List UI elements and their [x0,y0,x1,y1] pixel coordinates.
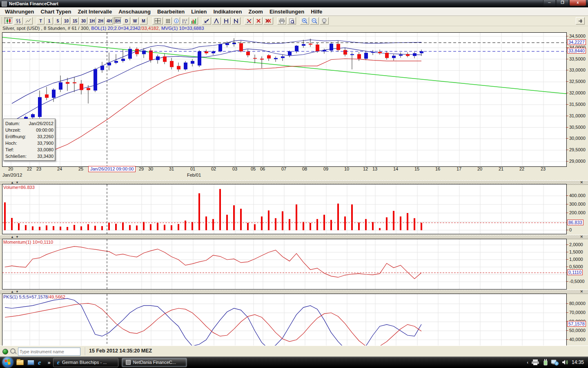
start-button[interactable] [2,357,13,368]
volume-bar-21 [150,224,151,230]
erase-line-button[interactable] [245,17,254,25]
pks-k-label: PKS(1) 5;5;5=57,1578 [3,294,48,299]
candle-39 [274,58,278,59]
grid-button[interactable] [164,17,172,25]
horizontal-line-button[interactable] [222,17,231,25]
interval-2h-button[interactable]: 2H [97,17,105,25]
volume-bar-6 [46,225,47,230]
candle-12 [87,88,90,90]
toolbar-drag-handle[interactable] [1,17,2,24]
crosshair-button[interactable] [152,17,163,25]
candlestick-chart-button[interactable] [4,17,13,25]
interval-15-button[interactable]: 15 [71,17,79,25]
close-panel-icon[interactable]: ✕ [580,180,583,184]
candle-60 [420,51,423,53]
instrument-search-input[interactable] [18,348,80,356]
menu-chart-typen[interactable]: Chart Typen [38,8,75,16]
interval-1h-button[interactable]: 1H [88,17,96,25]
taskbar-button-netdania[interactable]: NetDania FinanceC... [122,358,187,367]
volume-bar-3 [25,225,27,230]
interval-1-button[interactable]: 1 [45,17,53,25]
zoom-in-button[interactable] [300,17,309,25]
ohlc-bar-chart-button[interactable] [14,17,23,25]
interval-8h-button[interactable]: 8H [114,17,122,25]
date-tick-label: 16 [435,166,440,171]
delete-all-button[interactable] [263,17,273,25]
collapse-down-icon[interactable]: ▼ [16,235,19,239]
show-desktop-icon[interactable] [27,359,35,366]
power-plug-icon[interactable] [542,359,548,366]
volume-bar-56 [393,211,394,230]
interval-d-button[interactable]: D [122,17,130,25]
collapse-up-icon[interactable]: ▲ [11,290,14,294]
menu-einstellungen[interactable]: Einstellungen [266,8,307,16]
main-price-chart[interactable] [2,32,567,167]
momentum-panel[interactable] [2,239,567,289]
quick-launch-expand-chevron[interactable]: » [48,359,51,366]
speaker-icon[interactable] [562,359,569,366]
interval-4h-button[interactable]: 4H [105,17,113,25]
date-tick-label: 05 [251,166,256,171]
menu-währungen[interactable]: Währungen [2,8,38,16]
printer-icon[interactable] [531,359,539,366]
candle-30 [212,52,215,53]
date-sub-label: Feb/01 [187,173,201,177]
delete-button[interactable] [254,17,263,25]
price-marker-button[interactable]: 1.23 [181,17,189,25]
line-chart-button[interactable] [24,17,33,25]
interval-5-button[interactable]: 5 [54,17,62,25]
tooltip-label: Eröffnung: [5,133,26,140]
interval-w-button[interactable]: W [131,17,139,25]
panel-splitter-2[interactable]: ▲▼✕ [0,235,588,239]
interval-30-button[interactable]: 30 [80,17,87,25]
interval-t-button[interactable]: T [37,17,45,25]
menu-zoom[interactable]: Zoom [245,8,266,16]
volume-bar-51 [358,222,360,230]
menu-linien[interactable]: Linien [188,8,210,16]
menu-zeit-intervalle[interactable]: Zeit Intervalle [74,8,115,16]
close-panel-icon[interactable]: ✕ [580,289,583,294]
menu-hilfe[interactable]: Hilfe [307,8,325,16]
menu-anschauung[interactable]: Anschauung [115,8,154,16]
candle-52 [364,53,368,58]
alert-price-box: 34,2227 [567,39,586,45]
panel-splitter-3[interactable]: ▲▼✕ [0,289,588,294]
volume-bar-7 [53,226,54,230]
last-price-box: 33,8440 [567,48,586,54]
axis-tick-mark [566,161,568,162]
taskbar-button-browser[interactable]: e German Bluechips - ... [53,358,118,367]
date-tick-label: 30 [148,166,153,171]
vertical-line-button[interactable] [232,17,241,25]
zoom-select-button[interactable] [320,17,329,25]
tray-expand-arrow[interactable]: ‹ [527,360,528,365]
price-tick-label: 34,5000 [569,34,586,38]
minimize-button[interactable]: ─ [543,0,556,6]
collapse-up-icon[interactable]: ▲ [11,235,14,239]
info-button[interactable]: i [173,17,180,25]
menu-indikatoren[interactable]: Indikatoren [210,8,245,16]
menu-bearbeiten[interactable]: Bearbeiten [154,8,188,16]
trend-line-button[interactable] [202,17,211,25]
print-preview-button[interactable] [287,17,296,25]
collapse-down-icon[interactable]: ▼ [16,290,19,294]
network-icon[interactable] [551,359,559,366]
trend-channel-button[interactable] [212,17,221,25]
interval-10-button[interactable]: 10 [62,17,70,25]
pks-stochastic-panel[interactable] [2,294,567,346]
axis-tick-mark [566,252,568,252]
close-button[interactable]: x [569,0,586,6]
restore-button[interactable]: ❐ [556,0,569,6]
zoom-out-button[interactable] [310,17,319,25]
pin-panel-button[interactable] [576,17,585,25]
volume-panel[interactable] [2,184,567,234]
volume-bar-30 [212,219,214,230]
internet-explorer-icon: e [57,359,60,366]
task-label: NetDania FinanceC... [133,360,176,365]
tooltip-label: Hoch: [5,140,17,146]
internet-explorer-icon[interactable]: e [38,359,41,366]
volume-histogram-button[interactable] [190,17,198,25]
interval-m-button[interactable]: M [140,17,147,25]
folder-icon[interactable] [16,360,24,365]
close-panel-icon[interactable]: ✕ [580,235,583,239]
print-button[interactable] [277,17,286,25]
